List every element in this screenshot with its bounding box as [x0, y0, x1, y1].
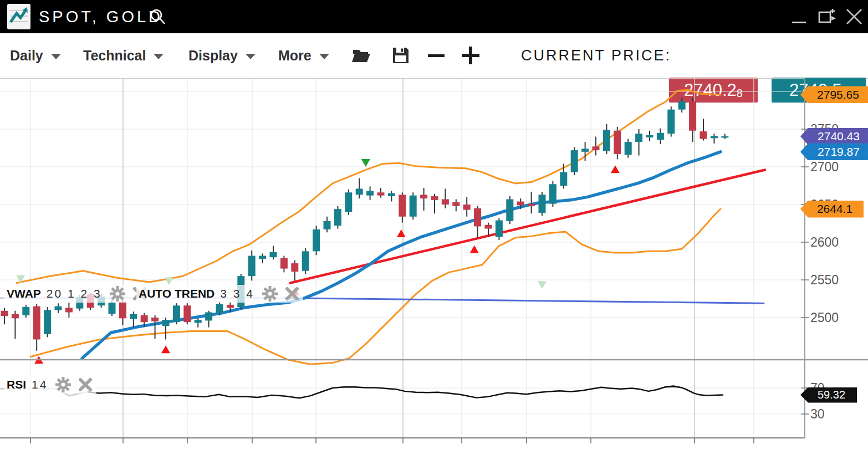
vwap-legend: VWAP 20 1 2 3	[4, 285, 151, 303]
chevron-down-icon	[246, 54, 256, 59]
app-logo-icon	[7, 4, 30, 29]
save-icon[interactable]	[391, 33, 410, 78]
rsi-legend-params: 14	[32, 378, 48, 391]
price-tag: 2795.65	[800, 86, 868, 103]
current-price-label: CURRENT PRICE:	[521, 33, 671, 78]
auto-trend-legend-params: 3 3 4	[220, 287, 254, 300]
price-tag: 2719.87	[800, 143, 868, 160]
menu-more[interactable]: More	[278, 33, 329, 78]
price-axis-label: 2500	[810, 310, 839, 325]
chevron-down-icon	[154, 54, 164, 59]
chevron-down-icon	[51, 54, 61, 59]
toolbar: Daily Technical Display More	[0, 33, 868, 79]
auto-trend-settings-gear-icon[interactable]	[262, 286, 278, 302]
popout-button[interactable]	[814, 0, 840, 33]
search-icon[interactable]	[149, 7, 167, 28]
price-tag: 2644.1	[800, 201, 864, 218]
chevron-down-icon	[319, 54, 329, 59]
auto-trend-legend: AUTO TREND 3 3 4	[136, 285, 303, 303]
minimize-button[interactable]	[787, 0, 811, 33]
rsi-value-tag: 59.32	[800, 387, 857, 403]
price-axis-label: 2600	[810, 235, 839, 250]
chart-area[interactable]: 2800275027002650260025502500703021Sept71…	[0, 78, 868, 470]
menu-timeframe-label: Daily	[10, 48, 43, 64]
open-file-icon[interactable]	[351, 33, 372, 78]
auto-trend-remove-icon[interactable]	[285, 287, 299, 300]
rsi-legend-name: RSI	[7, 378, 26, 391]
rsi-settings-gear-icon[interactable]	[55, 377, 71, 392]
trading-app-window: SPOT, GOLD Daily	[0, 0, 868, 470]
rsi-remove-icon[interactable]	[79, 378, 92, 391]
price-axis-label: 2700	[810, 160, 839, 175]
menu-technical-label: Technical	[83, 48, 146, 64]
close-button[interactable]	[840, 0, 868, 33]
menu-technical[interactable]: Technical	[83, 33, 164, 78]
menu-more-label: More	[278, 48, 312, 64]
rsi-legend: RSI 14	[4, 376, 96, 394]
vwap-legend-name: VWAP	[7, 287, 41, 300]
price-tag: 2740.43	[800, 128, 868, 145]
vwap-legend-params: 20 1 2 3	[47, 287, 102, 300]
menu-display[interactable]: Display	[188, 33, 256, 78]
window-title: SPOT, GOLD	[39, 0, 163, 33]
rsi-axis-label: 30	[810, 407, 825, 422]
auto-trend-legend-name: AUTO TREND	[139, 287, 215, 300]
price-axis-label: 2550	[810, 273, 839, 288]
zoom-out-icon[interactable]	[427, 33, 446, 78]
zoom-in-icon[interactable]	[461, 33, 481, 78]
menu-display-label: Display	[188, 48, 238, 64]
menu-timeframe[interactable]: Daily	[10, 33, 61, 78]
vwap-settings-gear-icon[interactable]	[110, 286, 125, 302]
title-bar: SPOT, GOLD	[0, 0, 868, 33]
